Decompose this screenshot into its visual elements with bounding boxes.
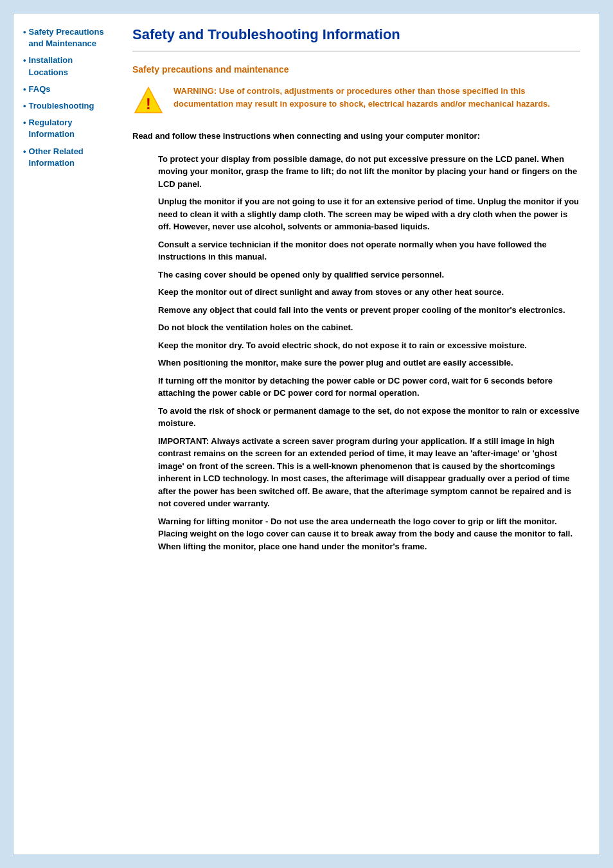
instruction-item-7: Do not block the ventilation holes on th… bbox=[158, 321, 580, 334]
instruction-item-2: Unplug the monitor if you are not going … bbox=[158, 195, 580, 233]
instructions-list: To protect your display from possible da… bbox=[158, 153, 580, 553]
bullet-dot-5: • bbox=[23, 118, 26, 127]
sidebar-item-troubleshooting[interactable]: • Troubleshooting bbox=[23, 100, 113, 112]
svg-text:!: ! bbox=[146, 96, 151, 112]
section-heading: Safety precautions and maintenance bbox=[132, 64, 580, 75]
bullet-dot-2: • bbox=[23, 55, 26, 65]
sidebar-link-installation[interactable]: Installation Locations bbox=[29, 55, 113, 78]
bullet-dot-6: • bbox=[23, 146, 26, 156]
sidebar-link-troubleshooting[interactable]: Troubleshooting bbox=[29, 100, 94, 112]
sidebar-link-faqs[interactable]: FAQs bbox=[29, 84, 51, 95]
instruction-item-3: Consult a service technician if the moni… bbox=[158, 238, 580, 263]
sidebar-item-other[interactable]: • Other Related Information bbox=[23, 146, 113, 169]
bullet-dot: • bbox=[23, 27, 26, 37]
page-wrapper: • Safety Precautions and Maintenance • I… bbox=[0, 0, 613, 868]
instruction-item-13: Warning for lifting monitor - Do not use… bbox=[158, 515, 580, 553]
warning-box: ! WARNING: Use of controls, adjustments … bbox=[132, 85, 580, 117]
instruction-item-11: To avoid the risk of shock or permanent … bbox=[158, 405, 580, 430]
instruction-item-12: IMPORTANT: Always activate a screen save… bbox=[158, 435, 580, 510]
inner-container: • Safety Precautions and Maintenance • I… bbox=[13, 13, 600, 855]
bullet-dot-3: • bbox=[23, 84, 26, 94]
sidebar: • Safety Precautions and Maintenance • I… bbox=[13, 13, 120, 855]
instruction-item-1: To protect your display from possible da… bbox=[158, 153, 580, 191]
main-content: Safety and Troubleshooting Information S… bbox=[120, 13, 600, 855]
intro-text: Read and follow these instructions when … bbox=[132, 130, 580, 143]
sidebar-link-regulatory[interactable]: Regulatory Information bbox=[29, 117, 113, 140]
sidebar-link-safety[interactable]: Safety Precautions and Maintenance bbox=[29, 26, 113, 49]
page-title: Safety and Troubleshooting Information bbox=[132, 26, 580, 43]
sidebar-item-regulatory[interactable]: • Regulatory Information bbox=[23, 117, 113, 140]
sidebar-item-installation[interactable]: • Installation Locations bbox=[23, 55, 113, 78]
instruction-item-9: When positioning the monitor, make sure … bbox=[158, 357, 580, 369]
instruction-item-4: The casing cover should be opened only b… bbox=[158, 269, 580, 281]
sidebar-item-faqs[interactable]: • FAQs bbox=[23, 84, 113, 95]
bullet-dot-4: • bbox=[23, 101, 26, 111]
title-divider bbox=[132, 51, 580, 51]
sidebar-item-safety[interactable]: • Safety Precautions and Maintenance bbox=[23, 26, 113, 49]
warning-text: WARNING: Use of controls, adjustments or… bbox=[173, 85, 580, 110]
sidebar-link-other[interactable]: Other Related Information bbox=[29, 146, 113, 169]
instruction-item-5: Keep the monitor out of direct sunlight … bbox=[158, 286, 580, 299]
instruction-item-6: Remove any object that could fall into t… bbox=[158, 304, 580, 317]
instruction-item-8: Keep the monitor dry. To avoid electric … bbox=[158, 339, 580, 352]
warning-icon: ! bbox=[132, 85, 164, 117]
instruction-item-10: If turning off the monitor by detaching … bbox=[158, 375, 580, 400]
